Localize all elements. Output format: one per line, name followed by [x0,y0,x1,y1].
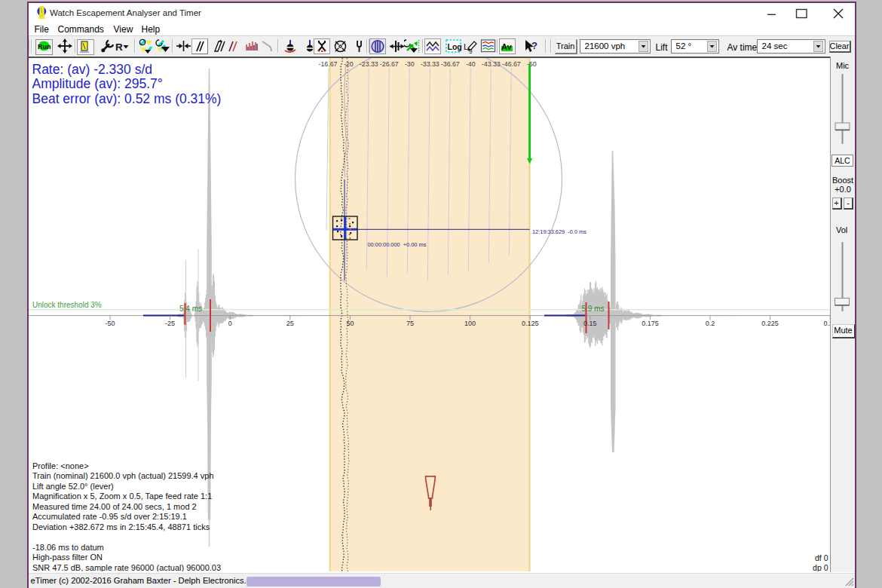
svg-text:dp 0: dp 0 [813,563,828,571]
svg-text:-50: -50 [105,319,115,326]
svg-text:g: g [469,47,472,54]
svg-text:Log: Log [447,42,461,51]
svg-text:Av: Av [501,42,513,51]
svg-text:-33.33: -33.33 [421,60,439,67]
svg-text:-40: -40 [466,60,476,67]
svg-text:00:00:00.000 +0.00 ms: 00:00:00.000 +0.00 ms [368,241,427,248]
svg-text:-16.67: -16.67 [319,60,338,67]
svg-text:0.175: 0.175 [642,319,659,326]
svg-text:Accumulated rate -0.95 s/d ove: Accumulated rate -0.95 s/d over 2:15:19.… [32,512,187,521]
svg-text:R: R [115,41,123,53]
svg-text:-36.67: -36.67 [441,60,460,67]
svg-text:Magnification x 5, Zoom x 0.5,: Magnification x 5, Zoom x 0.5, Tape feed… [32,492,212,501]
svg-text:0.15: 0.15 [583,319,597,326]
svg-text:0.25: 0.25 [823,319,830,326]
svg-text:Beat error (av): 0.52 ms (0.31: Beat error (av): 0.52 ms (0.31%) [32,90,222,106]
svg-text:-18.06 ms to datum: -18.06 ms to datum [32,542,104,551]
svg-text:High-pass filter ON: High-pass filter ON [32,553,103,562]
svg-text:Measured time 24.00 of 24.00 s: Measured time 24.00 of 24.00 secs, 1 mod… [32,501,197,510]
svg-text:12:19:33.629 -0.0 ms: 12:19:33.629 -0.0 ms [532,228,586,234]
svg-text:Deviation +382.672 ms in 2:15:: Deviation +382.672 ms in 2:15:45.4, 4887… [32,522,210,531]
svg-text:5.4 ms: 5.4 ms [179,304,202,312]
svg-text:-50: -50 [527,60,537,67]
svg-text:Train (nominal) 21600.0 vph (a: Train (nominal) 21600.0 vph (actual) 215… [32,471,214,480]
svg-text:0.225: 0.225 [761,319,779,326]
svg-text:Run: Run [38,43,51,51]
svg-text:Amplitude (av): 295.7°: Amplitude (av): 295.7° [32,76,163,91]
svg-text:0: 0 [228,319,232,326]
svg-text:5.9 ms: 5.9 ms [581,304,604,312]
svg-text:?: ? [531,40,537,51]
svg-text:df 0: df 0 [815,553,828,562]
svg-text:-23.33: -23.33 [360,60,378,67]
svg-text:0.2: 0.2 [706,319,715,326]
svg-text:-20: -20 [344,60,354,67]
svg-text:Lift angle 52.0° (lever): Lift angle 52.0° (lever) [32,481,114,490]
svg-text:-26.67: -26.67 [380,60,399,67]
svg-text:SNR 47.5 dB, sample rate 96000: SNR 47.5 dB, sample rate 96000 (actual) … [32,562,221,571]
svg-text:-25: -25 [165,319,175,326]
svg-text:-43.33: -43.33 [482,60,501,67]
svg-text:Rate: (av) -2.330 s/d: Rate: (av) -2.330 s/d [32,61,153,76]
svg-text:50: 50 [346,319,354,326]
svg-text:100: 100 [464,319,476,326]
svg-text:-46.67: -46.67 [502,60,521,67]
svg-text:25: 25 [286,319,294,326]
svg-text:Profile: <none>: Profile: <none> [32,461,89,470]
svg-text:0.125: 0.125 [522,319,539,326]
svg-text:Unlock threshold 3%: Unlock threshold 3% [32,301,102,309]
svg-text:-30: -30 [405,60,415,67]
svg-text:75: 75 [406,319,414,326]
